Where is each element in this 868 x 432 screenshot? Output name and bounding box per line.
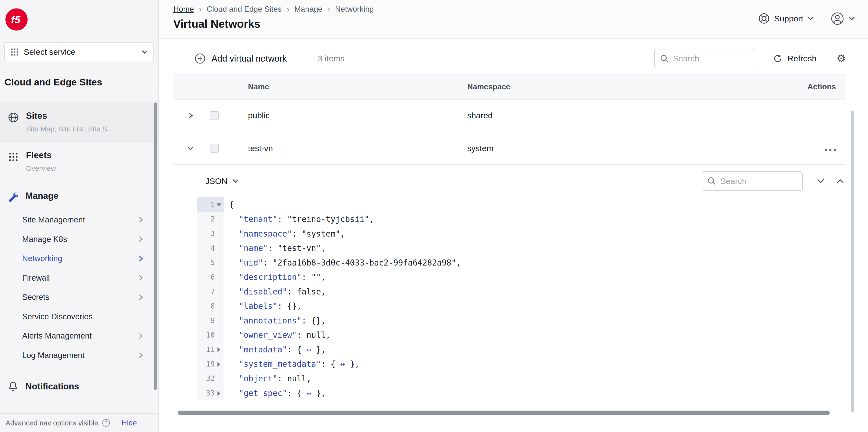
sidebar-item-networking[interactable]: Networking — [0, 249, 158, 268]
column-header-namespace[interactable]: Namespace — [467, 82, 785, 91]
sidebar-item-site-management[interactable]: Site Management — [0, 210, 158, 230]
code-line-text: "disabled": false, — [224, 287, 326, 296]
breadcrumb-separator: › — [287, 4, 289, 14]
breadcrumb-item[interactable]: Cloud and Edge Sites — [207, 5, 282, 13]
line-number-gutter[interactable]: 11 — [197, 342, 224, 357]
sidebar-scrollbar[interactable] — [154, 102, 157, 390]
refresh-label: Refresh — [787, 54, 816, 63]
fold-toggle-icon[interactable] — [217, 202, 221, 208]
chevron-right-icon — [138, 294, 143, 301]
code-line: 7 "disabled": false, — [197, 284, 846, 299]
row-checkbox[interactable] — [210, 144, 218, 153]
support-icon — [758, 13, 770, 24]
code-line: 11 "metadata": { ↔ }, — [197, 342, 846, 357]
grid-icon — [10, 48, 19, 56]
line-number-gutter: 2 — [197, 212, 224, 227]
sidebar-item-fleets[interactable]: Fleets Overview — [0, 141, 158, 181]
row-actions-menu[interactable] — [825, 146, 836, 153]
code-line-text: "object": null, — [224, 374, 311, 383]
fleets-icon — [8, 152, 19, 162]
json-search-input[interactable] — [720, 176, 797, 186]
wrench-icon — [8, 191, 18, 202]
code-line-text: "system_metadata": { ↔ }, — [224, 359, 360, 369]
sidebar-item-sites[interactable]: Sites Site Map, Site List, Site S… — [0, 102, 158, 141]
sidebar-item-label: Fleets — [26, 150, 56, 160]
sidebar-item-firewall[interactable]: Firewall — [0, 268, 158, 288]
fold-spacer — [217, 231, 221, 237]
code-line-text: "uid": "2faa16b8-3d0c-4033-bac2-99fa6428… — [224, 258, 461, 267]
sidebar-item-label: Manage — [26, 191, 58, 201]
sidebar-item-label: Manage K8s — [22, 235, 138, 244]
hide-link[interactable]: Hide — [122, 419, 137, 427]
fold-spacer — [217, 274, 221, 280]
chevron-down-icon — [142, 50, 148, 54]
sidebar-item-log-management[interactable]: Log Management — [0, 345, 158, 365]
sidebar-item-label: Sites — [26, 111, 115, 121]
header-controls: Support — [758, 12, 855, 26]
refresh-button[interactable]: Refresh — [773, 54, 816, 63]
fold-toggle-icon[interactable] — [217, 347, 221, 353]
sidebar-item-label: Secrets — [22, 293, 138, 302]
column-header-name[interactable]: Name — [173, 82, 467, 91]
f5-logo-icon: f5 — [5, 7, 29, 33]
code-line-text: "name": "test-vn", — [224, 243, 326, 253]
collapse-all-button[interactable] — [817, 179, 825, 183]
sidebar-item-secrets[interactable]: Secrets — [0, 288, 158, 307]
fold-toggle-icon[interactable] — [217, 361, 221, 367]
row-name[interactable]: public — [219, 111, 467, 120]
line-number-gutter: 3 — [197, 226, 224, 241]
expand-all-button[interactable] — [837, 179, 844, 183]
search-icon — [660, 55, 669, 63]
row-checkbox[interactable] — [210, 111, 218, 120]
sidebar-item-manage[interactable]: Manage — [0, 181, 158, 209]
sidebar-item-notifications[interactable]: Notifications — [0, 372, 158, 401]
refresh-icon — [773, 54, 782, 63]
code-line-text: { — [224, 200, 234, 209]
code-line: 5 "uid": "2faa16b8-3d0c-4033-bac2-99fa64… — [197, 255, 846, 270]
f5-logo[interactable]: f5 — [5, 7, 158, 33]
code-line: 4 "name": "test-vn", — [197, 241, 846, 256]
expand-row-button[interactable] — [177, 112, 204, 119]
service-selector[interactable]: Select service — [4, 42, 154, 62]
row-name[interactable]: test-vn — [219, 143, 467, 153]
help-circle-icon[interactable]: ? — [102, 419, 110, 427]
vertical-scrollbar[interactable] — [851, 111, 855, 412]
sidebar-item-label: Site Management — [22, 215, 138, 224]
sidebar-item-service-discoveries[interactable]: Service Discoveries — [0, 307, 158, 326]
account-menu[interactable] — [831, 12, 855, 26]
advanced-nav-text: Advanced nav options visible — [6, 419, 98, 427]
json-mode-label: JSON — [205, 176, 227, 186]
line-number-gutter[interactable]: 33 — [197, 386, 224, 400]
breadcrumb-item[interactable]: Home — [173, 5, 194, 13]
chevron-right-icon — [187, 112, 194, 119]
fold-toggle-icon[interactable] — [217, 390, 221, 396]
table-search — [654, 49, 755, 68]
fold-spacer — [217, 289, 221, 295]
chevron-up-icon — [837, 179, 844, 183]
gear-icon[interactable]: ⚙ — [836, 53, 846, 64]
line-number-gutter[interactable]: 19 — [197, 357, 224, 371]
code-line-text: "annotations": {}, — [224, 316, 326, 325]
breadcrumb-item[interactable]: Networking — [335, 5, 374, 13]
code-line-text: "get_spec": { ↔ }, — [224, 389, 326, 398]
chevron-right-icon — [138, 236, 143, 242]
line-number-gutter[interactable]: 1 — [197, 197, 224, 212]
add-virtual-network-button[interactable]: Add virtual network — [195, 53, 287, 64]
sidebar-item-label: Notifications — [26, 381, 79, 392]
sidebar-item-alerts-management[interactable]: Alerts Management — [0, 326, 158, 346]
search-input[interactable] — [673, 54, 749, 63]
support-menu[interactable]: Support — [758, 13, 814, 24]
horizontal-scrollbar[interactable] — [178, 410, 830, 415]
code-line: 10 "owner_view": null, — [197, 328, 846, 342]
collapse-row-button[interactable] — [177, 145, 204, 152]
sidebar-item-manage-k8s[interactable]: Manage K8s — [0, 230, 158, 249]
code-line-text: "tenant": "treino-tyjcbsii", — [224, 214, 374, 224]
table-row: test-vn system — [173, 132, 846, 165]
json-mode-selector[interactable]: JSON — [205, 176, 239, 186]
json-panel-header: JSON — [173, 165, 846, 197]
service-selector-label: Select service — [24, 47, 75, 57]
json-code[interactable]: 1{2 "tenant": "treino-tyjcbsii",3 "names… — [197, 197, 846, 400]
line-number-gutter: 6 — [197, 270, 224, 285]
breadcrumb-item[interactable]: Manage — [294, 5, 322, 13]
chevron-right-icon — [138, 255, 143, 262]
